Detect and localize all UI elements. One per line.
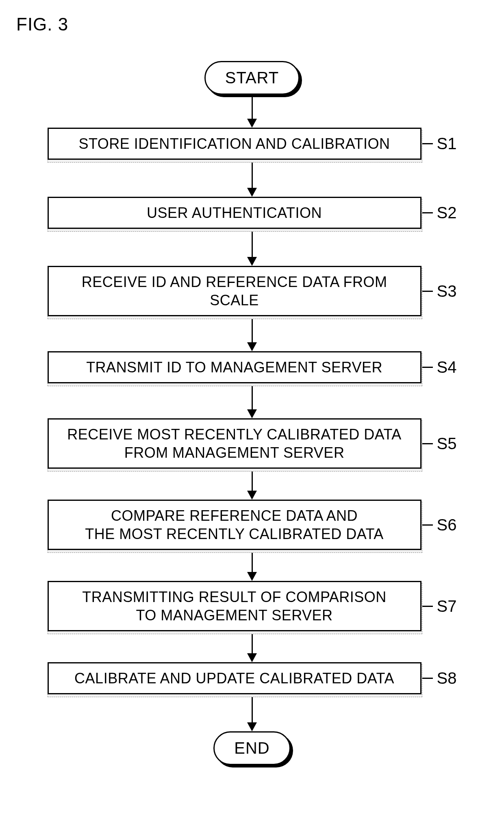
arrow-line (252, 316, 253, 343)
figure-title: FIG. 3 (16, 14, 68, 35)
arrow-head-icon (247, 491, 257, 500)
end-terminal: END (213, 731, 290, 765)
arrow-line (252, 469, 253, 491)
arrow-line (252, 550, 253, 572)
arrow (247, 229, 257, 266)
step-row-s2: USER AUTHENTICATION S2 (48, 197, 457, 229)
flowchart: START STORE IDENTIFICATION AND CALIBRATI… (0, 61, 504, 765)
arrow (247, 631, 257, 662)
arrow-line (252, 95, 253, 119)
step-id: S2 (437, 204, 457, 222)
step-text: TRANSMITTING RESULT OF COMPARISONTO MANA… (48, 581, 421, 631)
label-connector: S7 (421, 597, 457, 615)
step-text: RECEIVE MOST RECENTLY CALIBRATED DATAFRO… (48, 418, 421, 469)
start-label: START (204, 61, 300, 95)
step-box: RECEIVE ID AND REFERENCE DATA FROM SCALE (48, 266, 421, 316)
arrow-line (252, 160, 253, 188)
start-terminal: START (204, 61, 300, 95)
label-connector: S8 (421, 669, 457, 687)
tick (421, 524, 433, 526)
step-id: S8 (437, 669, 457, 687)
tick (421, 678, 433, 679)
arrow-line (252, 694, 253, 723)
step-id: S5 (437, 435, 457, 453)
step-text: STORE IDENTIFICATION AND CALIBRATION (48, 128, 421, 160)
arrow-head-icon (247, 653, 257, 662)
arrow (247, 469, 257, 500)
step-row-s6: COMPARE REFERENCE DATA ANDTHE MOST RECEN… (48, 500, 457, 550)
step-id: S1 (437, 135, 457, 153)
step-box: USER AUTHENTICATION (48, 197, 421, 229)
step-text: TRANSMIT ID TO MANAGEMENT SERVER (48, 351, 421, 383)
step-box: TRANSMITTING RESULT OF COMPARISONTO MANA… (48, 581, 421, 631)
arrow-head-icon (247, 722, 257, 731)
arrow-line (252, 631, 253, 654)
end-label: END (213, 731, 290, 765)
label-connector: S5 (421, 435, 457, 453)
arrow-line (252, 229, 253, 257)
tick (421, 212, 433, 213)
arrow-head-icon (247, 188, 257, 197)
step-text: CALIBRATE AND UPDATE CALIBRATED DATA (48, 662, 421, 694)
step-id: S3 (437, 282, 457, 300)
label-connector: S2 (421, 204, 457, 222)
step-box: COMPARE REFERENCE DATA ANDTHE MOST RECEN… (48, 500, 421, 550)
step-row-s1: STORE IDENTIFICATION AND CALIBRATION S1 (48, 128, 457, 160)
step-text: COMPARE REFERENCE DATA ANDTHE MOST RECEN… (48, 500, 421, 550)
step-id: S4 (437, 358, 457, 376)
step-row-s7: TRANSMITTING RESULT OF COMPARISONTO MANA… (48, 581, 457, 631)
step-box: STORE IDENTIFICATION AND CALIBRATION (48, 128, 421, 160)
arrow-head-icon (247, 119, 257, 128)
tick (421, 443, 433, 444)
arrow-head-icon (247, 409, 257, 418)
tick (421, 367, 433, 368)
figure-page: FIG. 3 START STORE IDENTIFICATION AND CA… (0, 0, 504, 837)
arrow (247, 694, 257, 731)
arrow (247, 383, 257, 418)
arrow (247, 160, 257, 197)
label-connector: S1 (421, 135, 457, 153)
step-row-s5: RECEIVE MOST RECENTLY CALIBRATED DATAFRO… (48, 418, 457, 469)
step-row-s3: RECEIVE ID AND REFERENCE DATA FROM SCALE… (48, 266, 457, 316)
step-box: CALIBRATE AND UPDATE CALIBRATED DATA (48, 662, 421, 694)
arrow-head-icon (247, 572, 257, 581)
step-text: RECEIVE ID AND REFERENCE DATA FROM SCALE (48, 266, 421, 316)
label-connector: S6 (421, 516, 457, 534)
arrow (247, 95, 257, 128)
arrow-head-icon (247, 257, 257, 266)
tick (421, 291, 433, 292)
step-box: RECEIVE MOST RECENTLY CALIBRATED DATAFRO… (48, 418, 421, 469)
label-connector: S4 (421, 358, 457, 376)
arrow (247, 550, 257, 581)
tick (421, 143, 433, 144)
step-id: S7 (437, 597, 457, 615)
arrow (247, 316, 257, 351)
step-text: USER AUTHENTICATION (48, 197, 421, 229)
label-connector: S3 (421, 282, 457, 300)
arrow-head-icon (247, 342, 257, 351)
step-row-s4: TRANSMIT ID TO MANAGEMENT SERVER S4 (48, 351, 457, 383)
arrow-line (252, 383, 253, 410)
step-row-s8: CALIBRATE AND UPDATE CALIBRATED DATA S8 (48, 662, 457, 694)
tick (421, 606, 433, 607)
step-id: S6 (437, 516, 457, 534)
step-box: TRANSMIT ID TO MANAGEMENT SERVER (48, 351, 421, 383)
